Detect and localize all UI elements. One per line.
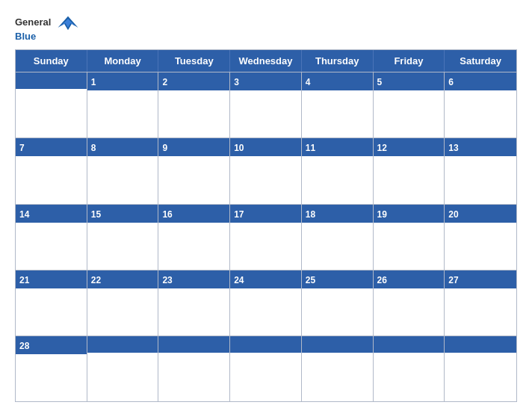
- calendar-cell: 7: [16, 138, 87, 203]
- calendar-grid: SundayMondayTuesdayWednesdayThursdayFrid…: [15, 49, 517, 402]
- calendar-week-1: 123456: [16, 72, 516, 137]
- logo: General Blue: [15, 13, 82, 42]
- date-number: 19: [377, 209, 387, 220]
- day-header-saturday: Saturday: [445, 50, 516, 72]
- date-number: 24: [234, 275, 244, 285]
- day-header-wednesday: Wednesday: [230, 50, 302, 72]
- date-number: 18: [306, 209, 315, 220]
- date-number: 3: [234, 77, 239, 87]
- day-header-friday: Friday: [374, 50, 445, 72]
- calendar-cell: 15: [87, 205, 159, 270]
- calendar-cell: 6: [445, 72, 516, 137]
- calendar-cell: [374, 336, 445, 401]
- date-number: 6: [448, 77, 454, 87]
- calendar-cell: 21: [16, 271, 87, 336]
- calendar-cell: 12: [374, 138, 445, 203]
- date-number: 23: [162, 275, 172, 285]
- calendar-cell: [445, 336, 516, 401]
- calendar-cell: 1: [87, 72, 159, 137]
- date-number: 17: [234, 209, 244, 220]
- date-number: 2: [162, 77, 167, 87]
- calendar-cell: 23: [158, 271, 230, 336]
- calendar-cell: 3: [230, 72, 302, 137]
- date-number: 9: [162, 143, 167, 153]
- calendar-cell: 16: [158, 205, 230, 270]
- calendar-week-2: 78910111213: [16, 137, 516, 203]
- date-number: 12: [377, 143, 387, 153]
- date-number: 26: [377, 275, 387, 285]
- day-header-monday: Monday: [87, 50, 159, 72]
- calendar-week-5: 28: [16, 336, 516, 401]
- date-number: 11: [306, 143, 315, 153]
- date-number: 16: [162, 209, 172, 220]
- calendar-cell: 28: [16, 336, 87, 401]
- date-number: 22: [91, 275, 101, 285]
- date-number: 27: [448, 275, 458, 285]
- day-header-tuesday: Tuesday: [158, 50, 230, 72]
- date-number: 10: [234, 143, 244, 153]
- calendar-cell: 24: [230, 271, 302, 336]
- calendar-cell: 19: [374, 205, 445, 270]
- date-number: 14: [19, 209, 29, 220]
- date-number: 21: [19, 275, 29, 285]
- calendar-page: General Blue SundayMondayTuesdayWednesda…: [0, 0, 532, 411]
- day-header-sunday: Sunday: [16, 50, 87, 72]
- calendar-cell: [302, 336, 374, 401]
- calendar-cell: 26: [374, 271, 445, 336]
- calendar-cell: [230, 336, 302, 401]
- day-header-thursday: Thursday: [302, 50, 374, 72]
- calendar-cell: [158, 336, 230, 401]
- date-number: 20: [448, 209, 458, 220]
- calendar-cell: 14: [16, 205, 87, 270]
- calendar-cell: 2: [158, 72, 230, 137]
- calendar-body: 1234567891011121314151617181920212223242…: [16, 72, 516, 401]
- calendar-cell: 9: [158, 138, 230, 203]
- calendar-cell: 10: [230, 138, 302, 203]
- logo-text-general: General: [15, 17, 51, 28]
- calendar-cell: 20: [445, 205, 516, 270]
- calendar-header: SundayMondayTuesdayWednesdayThursdayFrid…: [16, 50, 516, 72]
- logo-text-blue: Blue: [15, 31, 36, 42]
- date-number: 1: [91, 77, 96, 87]
- calendar-cell: 25: [302, 271, 374, 336]
- logo-bird-icon: [54, 15, 82, 31]
- calendar-cell: 8: [87, 138, 159, 203]
- calendar-cell: 13: [445, 138, 516, 203]
- date-number: 25: [306, 275, 315, 285]
- date-number: 13: [448, 143, 458, 153]
- date-number: 5: [377, 77, 383, 87]
- calendar-cell: 5: [374, 72, 445, 137]
- calendar-week-3: 14151617181920: [16, 204, 516, 270]
- calendar-week-4: 21222324252627: [16, 270, 516, 336]
- calendar-cell: 4: [302, 72, 374, 137]
- page-header: General Blue: [15, 13, 517, 42]
- calendar-cell: [16, 72, 87, 137]
- date-number: 7: [19, 143, 25, 153]
- calendar-cell: 17: [230, 205, 302, 270]
- date-number: 8: [91, 143, 96, 153]
- calendar-cell: 11: [302, 138, 374, 203]
- calendar-cell: 27: [445, 271, 516, 336]
- date-number: 15: [91, 209, 101, 220]
- date-number: 4: [306, 77, 311, 87]
- calendar-cell: 18: [302, 205, 374, 270]
- calendar-cell: 22: [87, 271, 159, 336]
- calendar-cell: [87, 336, 159, 401]
- date-number: 28: [19, 341, 29, 351]
